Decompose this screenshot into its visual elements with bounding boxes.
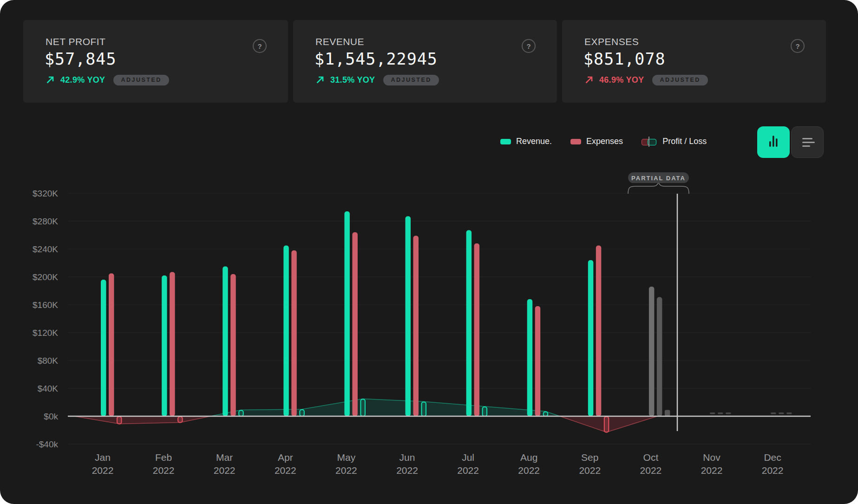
svg-text:Dec: Dec [764,452,781,463]
svg-text:May: May [337,452,356,463]
profit-loss-bar-chart: $320K$280K$240K$200K$160K$120K$80K$40K$0… [0,0,858,504]
svg-text:2022: 2022 [457,465,479,476]
svg-text:$200K: $200K [33,272,58,282]
svg-text:Jul: Jul [462,452,474,463]
svg-text:Sep: Sep [581,452,598,463]
svg-text:2022: 2022 [335,465,357,476]
svg-text:Jan: Jan [95,452,111,463]
svg-text:Feb: Feb [155,452,172,463]
svg-text:Apr: Apr [278,452,293,463]
svg-text:2022: 2022 [762,465,784,476]
svg-text:$160K: $160K [33,300,58,310]
svg-text:2022: 2022 [701,465,723,476]
svg-text:Mar: Mar [216,452,233,463]
svg-text:2022: 2022 [640,465,662,476]
svg-text:2022: 2022 [153,465,175,476]
svg-text:Jun: Jun [400,452,415,463]
svg-text:Aug: Aug [520,452,537,463]
svg-text:$120K: $120K [33,328,58,338]
svg-text:2022: 2022 [518,465,540,476]
svg-text:PARTIAL DATA: PARTIAL DATA [631,175,686,182]
svg-text:2022: 2022 [579,465,601,476]
svg-text:$0k: $0k [44,412,58,421]
svg-text:2022: 2022 [92,465,114,476]
svg-text:Nov: Nov [703,452,720,463]
svg-text:$40K: $40K [38,384,59,393]
dashboard-panel: NET PROFIT $57,845 42.9% YOY ADJUSTED ? … [0,0,858,504]
svg-text:Oct: Oct [643,452,659,463]
svg-text:2022: 2022 [396,465,418,476]
svg-text:$240K: $240K [33,244,58,254]
svg-text:$280K: $280K [33,216,58,226]
svg-text:2022: 2022 [275,465,296,476]
svg-text:$80K: $80K [38,356,59,366]
svg-text:$320K: $320K [33,189,58,198]
svg-text:-$40k: -$40k [36,439,58,449]
svg-text:2022: 2022 [214,465,236,476]
